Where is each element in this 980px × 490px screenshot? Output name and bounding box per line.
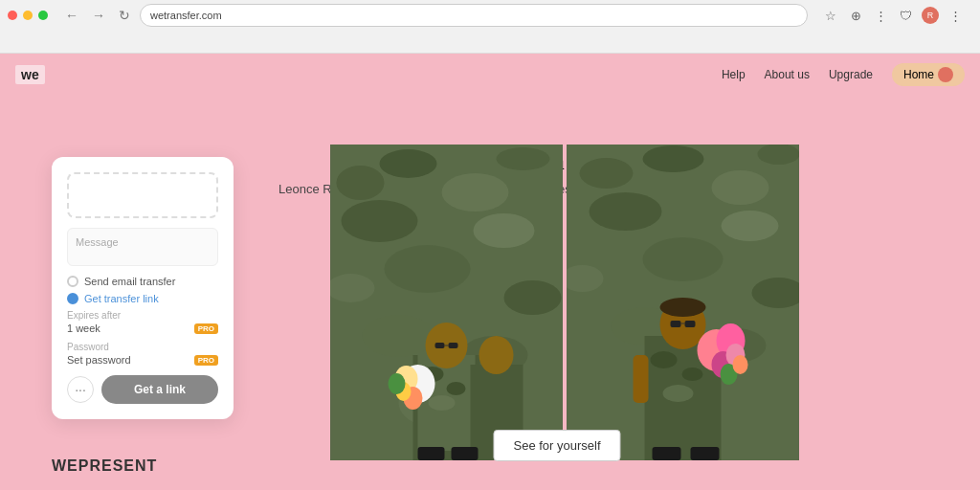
svg-rect-48 bbox=[671, 321, 681, 327]
svg-point-16 bbox=[447, 382, 466, 395]
photo-left bbox=[330, 145, 563, 460]
photo-right bbox=[567, 145, 799, 460]
expires-label: Expires after bbox=[67, 310, 218, 321]
svg-point-17 bbox=[429, 395, 456, 411]
svg-rect-60 bbox=[691, 447, 720, 460]
svg-rect-29 bbox=[418, 447, 445, 460]
home-button[interactable]: Home bbox=[892, 63, 965, 86]
file-dropzone[interactable] bbox=[67, 172, 218, 218]
email-transfer-option[interactable]: Send email transfer bbox=[67, 276, 218, 287]
password-pro-badge: PRO bbox=[194, 355, 218, 366]
expires-select[interactable]: 1 week PRO bbox=[67, 323, 218, 334]
profile-icon[interactable]: R bbox=[921, 6, 940, 25]
shield-icon[interactable]: 🛡 bbox=[896, 6, 915, 25]
svg-point-9 bbox=[504, 280, 562, 315]
expires-pro-badge: PRO bbox=[194, 323, 218, 334]
extensions-icon[interactable]: ⊕ bbox=[846, 6, 865, 25]
expires-option-row: Expires after 1 week PRO bbox=[67, 310, 218, 334]
password-placeholder: Set password bbox=[67, 354, 131, 366]
svg-point-51 bbox=[660, 298, 706, 317]
settings-icon[interactable]: ⋮ bbox=[871, 6, 890, 25]
url-text: wetransfer.com bbox=[150, 10, 222, 21]
more-options-icon[interactable]: ⋮ bbox=[946, 6, 965, 25]
svg-rect-30 bbox=[452, 447, 479, 460]
message-placeholder: Message bbox=[76, 236, 119, 248]
svg-point-5 bbox=[342, 200, 418, 242]
upgrade-link[interactable]: Upgrade bbox=[829, 68, 873, 81]
svg-rect-59 bbox=[653, 447, 681, 460]
email-transfer-radio[interactable] bbox=[67, 276, 78, 287]
svg-point-26 bbox=[389, 373, 406, 394]
cta-container: See for yourself bbox=[493, 430, 620, 461]
get-link-button[interactable]: Get a link bbox=[101, 375, 218, 404]
svg-rect-58 bbox=[634, 355, 649, 403]
header-nav: Help About us Upgrade Home bbox=[722, 63, 965, 86]
password-label: Password bbox=[67, 342, 218, 352]
password-select[interactable]: Set password PRO bbox=[67, 354, 218, 366]
svg-point-32 bbox=[580, 158, 634, 189]
svg-rect-49 bbox=[685, 321, 696, 327]
bookmark-icon[interactable]: ☆ bbox=[821, 6, 840, 25]
svg-point-6 bbox=[474, 213, 535, 248]
svg-point-1 bbox=[337, 166, 385, 200]
svg-point-44 bbox=[651, 351, 678, 368]
back-btn[interactable]: ← bbox=[61, 6, 82, 25]
browser-chrome: ← → ↻ wetransfer.com ☆ ⊕ ⋮ 🛡 R ⋮ bbox=[0, 0, 980, 54]
site-logo: we bbox=[15, 65, 45, 84]
more-options-btn[interactable]: ··· bbox=[67, 376, 94, 403]
card-footer: ··· Get a link bbox=[67, 375, 218, 404]
see-for-yourself-button[interactable]: See for yourself bbox=[493, 430, 620, 461]
svg-point-57 bbox=[733, 355, 748, 374]
about-link[interactable]: About us bbox=[765, 68, 810, 81]
logo-text: we bbox=[21, 67, 39, 82]
wepresent-logo: WEPRESENT bbox=[52, 457, 157, 475]
photo-left-svg bbox=[330, 145, 563, 460]
browser-nav: ← → ↻ wetransfer.com ☆ ⊕ ⋮ 🛡 R ⋮ bbox=[54, 4, 972, 27]
svg-rect-20 bbox=[449, 343, 458, 348]
page-content: we Help About us Upgrade Home Beyond Ben… bbox=[0, 54, 980, 490]
get-link-radio[interactable] bbox=[67, 293, 78, 304]
password-option-row: Password Set password PRO bbox=[67, 342, 218, 366]
expires-value: 1 week bbox=[67, 323, 100, 334]
svg-point-38 bbox=[643, 237, 724, 281]
home-label: Home bbox=[903, 68, 934, 81]
svg-point-33 bbox=[643, 145, 704, 172]
minimize-window-btn[interactable] bbox=[23, 11, 33, 20]
svg-point-37 bbox=[722, 211, 779, 241]
svg-point-4 bbox=[497, 147, 550, 170]
maximize-window-btn[interactable] bbox=[38, 11, 48, 20]
close-window-btn[interactable] bbox=[8, 11, 17, 20]
message-area[interactable]: Message bbox=[67, 228, 218, 266]
refresh-btn[interactable]: ↻ bbox=[115, 6, 134, 25]
svg-point-2 bbox=[380, 149, 437, 178]
svg-point-10 bbox=[363, 315, 435, 357]
photo-right-svg bbox=[567, 145, 799, 460]
svg-point-34 bbox=[712, 170, 769, 205]
svg-point-28 bbox=[479, 336, 514, 374]
svg-rect-19 bbox=[435, 343, 445, 348]
svg-point-46 bbox=[663, 385, 694, 402]
forward-btn[interactable]: → bbox=[88, 6, 109, 25]
browser-icons: ☆ ⊕ ⋮ 🛡 R ⋮ bbox=[821, 6, 965, 25]
browser-top-bar: ← → ↻ wetransfer.com ☆ ⊕ ⋮ 🛡 R ⋮ bbox=[0, 0, 980, 31]
get-link-option[interactable]: Get transfer link bbox=[67, 293, 218, 304]
svg-point-36 bbox=[590, 192, 662, 231]
get-link-label: Get transfer link bbox=[84, 293, 159, 304]
help-link[interactable]: Help bbox=[722, 68, 746, 81]
home-avatar-icon bbox=[938, 67, 953, 82]
upload-card: Message Send email transfer Get transfer… bbox=[52, 157, 234, 419]
address-bar[interactable]: wetransfer.com bbox=[140, 4, 808, 27]
svg-point-7 bbox=[385, 245, 471, 293]
svg-point-3 bbox=[442, 173, 509, 212]
user-avatar: R bbox=[922, 7, 939, 24]
svg-point-45 bbox=[682, 368, 703, 381]
email-transfer-label: Send email transfer bbox=[84, 276, 175, 287]
photo-collage bbox=[330, 145, 799, 460]
site-header: we Help About us Upgrade Home bbox=[0, 54, 980, 96]
